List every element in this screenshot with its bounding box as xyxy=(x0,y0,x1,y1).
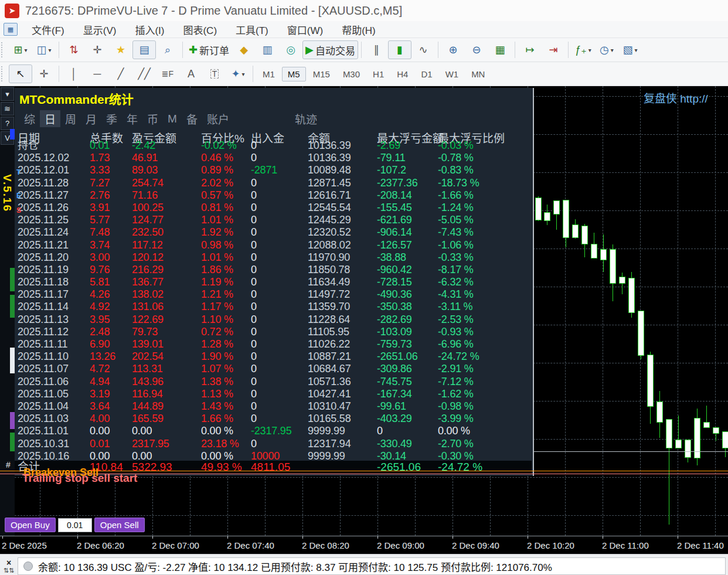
stats-tab-年[interactable]: 年 xyxy=(122,110,142,127)
trendline-button[interactable]: ╱ xyxy=(109,64,132,83)
table-row[interactable]: 2025.11.199.76216.291.86 %011850.78-960.… xyxy=(15,264,532,276)
table-row[interactable]: 2025.11.034.00165.591.66 %010165.58-403.… xyxy=(15,413,532,425)
strip-panel-button[interactable]: ≋ xyxy=(1,102,14,115)
data-window-button[interactable]: ▤ xyxy=(132,40,156,59)
indicators-button[interactable]: ƒ₊▾ xyxy=(571,40,595,59)
table-row[interactable]: 2025.11.255.77124.771.01 %012445.29-621.… xyxy=(15,214,532,226)
table-row[interactable]: 2025.11.287.27254.742.02 %012871.45-2377… xyxy=(15,177,532,189)
new-order-button[interactable]: ✚新订单 xyxy=(186,40,232,59)
timeframe-m30[interactable]: M30 xyxy=(337,67,366,81)
table-row[interactable]: 2025.11.010.000.000.00 %-2317.959999.990… xyxy=(15,425,532,437)
zoom-out-button[interactable]: ⊖ xyxy=(465,40,488,59)
candles-chart-button[interactable]: ▮ xyxy=(388,40,411,59)
label-button[interactable]: T xyxy=(203,64,226,83)
templates-button[interactable]: ▧▾ xyxy=(618,40,642,59)
bars-chart-button[interactable]: ∥ xyxy=(365,40,388,59)
timeframe-m1[interactable]: M1 xyxy=(257,67,281,81)
close-icon[interactable]: × xyxy=(6,559,11,567)
table-row[interactable]: 2025.11.074.72113.311.07 %010684.67-309.… xyxy=(15,363,532,375)
history-center-button[interactable]: ◆ xyxy=(232,40,256,59)
stats-tab-账户[interactable]: 账户 xyxy=(202,110,234,127)
stats-tab-周[interactable]: 周 xyxy=(60,110,81,127)
toolbar-grip[interactable] xyxy=(1,66,6,81)
fibonacci-button[interactable]: ≣F xyxy=(156,64,179,83)
horizontal-line-button[interactable]: ─ xyxy=(86,64,109,83)
open-sell-button[interactable]: Open Sell xyxy=(94,518,145,532)
stats-tab-M[interactable]: M xyxy=(163,112,182,126)
stats-tab-日[interactable]: 日 xyxy=(40,110,60,127)
line-chart-button[interactable]: ∿ xyxy=(411,40,435,59)
table-row[interactable]: 2025.11.203.00120.121.01 %011970.90-38.8… xyxy=(15,251,532,264)
time-label: 2 Dec 07:40 xyxy=(227,540,274,550)
periods-button[interactable]: ◷▾ xyxy=(595,40,618,59)
stats-tab-币[interactable]: 币 xyxy=(142,110,163,127)
cursor-button[interactable]: ↖ xyxy=(9,64,32,83)
strip-collapse-button[interactable]: ▾ xyxy=(1,87,14,101)
menu-item[interactable]: 插入(I) xyxy=(125,21,174,38)
table-row[interactable]: 2025.11.174.26138.021.21 %011497.72-490.… xyxy=(15,288,532,301)
table-row[interactable]: 2025.10.310.012317.9523.18 %012317.94-33… xyxy=(15,438,532,450)
zoom-in-button[interactable]: ⊕ xyxy=(441,40,465,59)
time-axis[interactable]: 2 Dec 20252 Dec 06:202 Dec 07:002 Dec 07… xyxy=(0,536,728,554)
table-cell: 4.72 xyxy=(90,363,110,375)
menu-item[interactable]: 窗口(W) xyxy=(278,21,332,38)
tile-windows-button[interactable]: ▦ xyxy=(488,40,512,59)
timeframe-m15[interactable]: M15 xyxy=(307,67,336,81)
timeframe-d1[interactable]: D1 xyxy=(415,67,438,81)
lot-size-input[interactable] xyxy=(58,518,92,532)
stats-tab-备[interactable]: 备 xyxy=(182,110,202,127)
timeframe-h1[interactable]: H1 xyxy=(367,67,390,81)
profiles-button[interactable]: ◫▾ xyxy=(32,40,56,59)
menu-item[interactable]: 工具(T) xyxy=(226,21,278,38)
crosshair-button[interactable]: ✛ xyxy=(32,64,56,83)
navigator-button[interactable]: ✛ xyxy=(86,40,109,59)
table-row[interactable]: 2025.12.013.3389.030.89 %-287110089.48-1… xyxy=(15,164,532,176)
table-row[interactable]: 2025.11.122.4879.730.72 %011105.95-103.0… xyxy=(15,326,532,338)
menu-item[interactable]: 图表(C) xyxy=(174,21,226,38)
table-row[interactable]: 2025.11.064.94143.961.38 %010571.36-745.… xyxy=(15,376,532,388)
strip-help-button[interactable]: ? xyxy=(1,117,14,130)
favorites-button[interactable]: ★ xyxy=(109,40,132,59)
chart-shift-button[interactable]: ⇥ xyxy=(542,40,565,59)
table-row[interactable]: 2025.11.213.74117.120.98 %012088.02-126.… xyxy=(15,239,532,251)
market-watch-button[interactable]: ⇅ xyxy=(62,40,86,59)
timeframe-w1[interactable]: W1 xyxy=(440,67,465,81)
menu-item[interactable]: 文件(F) xyxy=(22,21,74,38)
table-row[interactable]: 2025.11.053.19116.941.13 %010427.41-167.… xyxy=(15,388,532,400)
table-row[interactable]: 2025.11.272.7671.160.57 %012616.71-208.1… xyxy=(15,189,532,202)
chart-search-button[interactable]: ⌕ xyxy=(156,40,179,59)
table-row[interactable]: 2025.11.1013.26202.541.90 %010887.21-265… xyxy=(15,351,532,363)
table-row[interactable]: 2025.11.133.95122.691.10 %011228.64-282.… xyxy=(15,314,532,326)
vertical-line-button[interactable]: │ xyxy=(62,64,86,83)
timeframe-m5[interactable]: M5 xyxy=(282,67,306,81)
stats-tab-轨迹[interactable]: 轨迹 xyxy=(290,110,322,127)
signals-button[interactable]: ◎ xyxy=(279,40,302,59)
shapes-button[interactable]: ✦▾ xyxy=(226,64,250,83)
menu-item[interactable]: 帮助(H) xyxy=(332,21,385,38)
table-row[interactable]: 2025.11.144.92131.061.17 %011359.70-350.… xyxy=(15,301,532,313)
table-row[interactable]: 2025.12.021.7346.910.46 %010136.39-79.11… xyxy=(15,152,532,164)
new-chart-button[interactable]: ⊞▾ xyxy=(9,40,32,59)
toolbar-grip[interactable] xyxy=(1,42,6,57)
terminal-button[interactable]: ▥ xyxy=(256,40,279,59)
chart-window-icon[interactable]: ▦ xyxy=(4,23,18,36)
text-button[interactable]: A xyxy=(179,64,203,83)
stats-tab-季[interactable]: 季 xyxy=(101,110,122,127)
table-row[interactable]: 2025.11.263.91100.250.81 %012545.54-155.… xyxy=(15,202,532,214)
adjust-icon[interactable]: ⇅⇅ xyxy=(4,567,14,574)
table-row[interactable]: 2025.11.185.81136.771.19 %011634.49-728.… xyxy=(15,276,532,288)
table-row[interactable]: 2025.11.116.90139.011.28 %011026.22-759.… xyxy=(15,338,532,351)
table-row[interactable]: 2025.11.043.64144.891.43 %010310.47-99.6… xyxy=(15,400,532,413)
autotrading-button[interactable]: ▶自动交易 xyxy=(302,40,358,59)
timeframe-mn[interactable]: MN xyxy=(465,67,491,81)
table-row[interactable]: 2025.11.247.48232.501.92 %012320.52-906.… xyxy=(15,226,532,239)
stats-tab-综[interactable]: 综 xyxy=(19,110,40,127)
timeframe-h4[interactable]: H4 xyxy=(391,67,414,81)
table-row[interactable]: 持仓0.01-2.42-0.02 %010136.39-2.69-0.03 % xyxy=(15,140,532,152)
menu-item[interactable]: 显示(V) xyxy=(74,21,126,38)
auto-scroll-button[interactable]: ↦ xyxy=(518,40,542,59)
chart-area[interactable]: 复盘侠 http:// ▾ ≋ ? V V.5.16 # TES MTComma… xyxy=(0,86,728,536)
stats-tab-月[interactable]: 月 xyxy=(81,110,101,127)
open-buy-button[interactable]: Open Buy xyxy=(5,518,56,532)
channel-button[interactable]: ╱╱ xyxy=(132,64,156,83)
